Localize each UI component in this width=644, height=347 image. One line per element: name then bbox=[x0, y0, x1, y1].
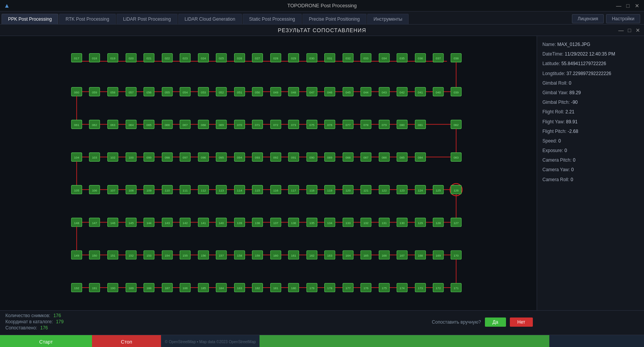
sub-title-bar: РЕЗУЛЬТАТ СОПОСТАВЛЕНИЯ — □ ✕ bbox=[0, 25, 644, 36]
tab-lidar[interactable]: LiDAR Post Processing bbox=[117, 14, 177, 24]
svg-text:024: 024 bbox=[201, 57, 206, 60]
svg-text:036: 036 bbox=[418, 57, 423, 60]
tab-static[interactable]: Static Post Processing bbox=[243, 14, 302, 24]
info-gimbal-yaw: Gimbal Yaw: 89.29 bbox=[542, 88, 639, 98]
svg-text:129: 129 bbox=[418, 221, 423, 225]
svg-text:059: 059 bbox=[92, 91, 97, 94]
svg-text:121: 121 bbox=[363, 189, 369, 192]
svg-text:176: 176 bbox=[363, 286, 369, 290]
svg-text:117: 117 bbox=[291, 189, 296, 192]
tab-ppk[interactable]: PPK Post Processing bbox=[2, 14, 58, 24]
start-button[interactable]: Старт bbox=[0, 335, 92, 347]
svg-text:068: 068 bbox=[201, 123, 206, 127]
svg-text:178: 178 bbox=[327, 286, 333, 290]
sub-window-title: РЕЗУЛЬТАТ СОПОСТАВЛЕНИЯ bbox=[278, 27, 366, 33]
main-content: 017 018 019 020 021 022 bbox=[0, 36, 644, 310]
svg-text:134: 134 bbox=[327, 221, 333, 225]
svg-text:124: 124 bbox=[418, 189, 423, 192]
svg-text:037: 037 bbox=[436, 57, 441, 60]
info-flight-pitch: Flight Pitch: -2.68 bbox=[542, 127, 639, 136]
svg-text:086: 086 bbox=[382, 156, 387, 159]
svg-text:109: 109 bbox=[146, 189, 152, 192]
tab-rtk[interactable]: RTK Post Processing bbox=[59, 14, 116, 24]
svg-text:131: 131 bbox=[382, 221, 387, 225]
minimize-button[interactable]: — bbox=[616, 3, 622, 9]
svg-text:097: 097 bbox=[182, 156, 188, 159]
svg-text:169: 169 bbox=[436, 254, 441, 257]
svg-text:032: 032 bbox=[345, 57, 351, 60]
sub-maximize-button[interactable]: □ bbox=[626, 27, 632, 33]
flight-canvas-area[interactable]: 017 018 019 020 021 022 bbox=[0, 36, 537, 310]
svg-text:128: 128 bbox=[436, 221, 441, 225]
svg-text:139: 139 bbox=[237, 221, 242, 225]
flight-path-svg: 017 018 019 020 021 022 bbox=[0, 36, 537, 310]
svg-text:069: 069 bbox=[219, 123, 224, 127]
svg-text:082: 082 bbox=[453, 123, 459, 127]
svg-text:132: 132 bbox=[363, 221, 369, 225]
svg-text:159: 159 bbox=[255, 254, 260, 257]
manual-match-label: Сопоставить вручную? bbox=[432, 319, 481, 325]
svg-text:186: 186 bbox=[182, 286, 188, 290]
svg-text:187: 187 bbox=[165, 286, 170, 290]
svg-text:051: 051 bbox=[237, 91, 242, 94]
svg-text:018: 018 bbox=[92, 57, 97, 60]
svg-text:166: 166 bbox=[382, 254, 387, 257]
svg-text:114: 114 bbox=[237, 189, 242, 192]
svg-text:092: 092 bbox=[273, 156, 279, 159]
svg-text:098: 098 bbox=[165, 156, 170, 159]
info-datetime: DateTime: 11/29/2022 12:40:35 PM bbox=[542, 49, 639, 59]
svg-text:112: 112 bbox=[201, 189, 206, 192]
svg-text:047: 047 bbox=[309, 91, 315, 94]
map-progress bbox=[260, 335, 549, 347]
sub-close-button[interactable]: ✕ bbox=[635, 27, 641, 33]
svg-text:115: 115 bbox=[255, 189, 260, 192]
settings-button[interactable]: Настройки bbox=[606, 14, 640, 23]
svg-text:029: 029 bbox=[291, 57, 296, 60]
svg-text:057: 057 bbox=[128, 91, 134, 94]
svg-text:146: 146 bbox=[110, 221, 116, 225]
svg-text:031: 031 bbox=[327, 57, 333, 60]
svg-text:085: 085 bbox=[399, 156, 405, 159]
svg-text:033: 033 bbox=[363, 57, 369, 60]
svg-text:093: 093 bbox=[255, 156, 260, 159]
svg-text:120: 120 bbox=[345, 189, 351, 192]
info-name: Name: MAX_0126.JPG bbox=[542, 40, 639, 49]
svg-text:083: 083 bbox=[453, 156, 459, 159]
info-camera-yaw: Camera Yaw: 0 bbox=[542, 165, 639, 175]
info-gimbal-roll: Gimbal Roll: 0 bbox=[542, 79, 639, 88]
svg-text:163: 163 bbox=[327, 254, 333, 257]
no-button[interactable]: Нет bbox=[510, 318, 533, 327]
tab-tools[interactable]: Инструменты bbox=[367, 14, 409, 24]
maximize-button[interactable]: □ bbox=[625, 3, 631, 9]
svg-text:181: 181 bbox=[273, 286, 279, 290]
svg-text:175: 175 bbox=[382, 286, 387, 290]
svg-text:122: 122 bbox=[382, 189, 387, 192]
svg-text:126: 126 bbox=[453, 189, 459, 192]
license-button[interactable]: Лицензия bbox=[572, 14, 604, 23]
stop-button[interactable]: Стоп bbox=[92, 335, 161, 347]
svg-text:071: 071 bbox=[255, 123, 260, 127]
svg-text:148: 148 bbox=[74, 221, 79, 225]
close-button[interactable]: ✕ bbox=[634, 3, 640, 9]
svg-text:080: 080 bbox=[399, 123, 405, 127]
svg-text:125: 125 bbox=[436, 189, 441, 192]
tab-lidar-cloud[interactable]: LiDAR Cloud Generation bbox=[178, 14, 242, 24]
sub-minimize-button[interactable]: — bbox=[618, 27, 624, 33]
info-panel: Name: MAX_0126.JPG DateTime: 11/29/2022 … bbox=[537, 36, 644, 310]
svg-text:023: 023 bbox=[182, 57, 188, 60]
yes-button[interactable]: Да bbox=[485, 318, 506, 327]
svg-text:026: 026 bbox=[237, 57, 242, 60]
svg-text:030: 030 bbox=[309, 57, 315, 60]
tab-bar: PPK Post Processing RTK Post Processing … bbox=[0, 11, 644, 25]
svg-text:067: 067 bbox=[182, 123, 188, 127]
action-bar: Старт Стоп © OpenStreetMap • Map data ©2… bbox=[0, 335, 644, 347]
svg-text:035: 035 bbox=[399, 57, 405, 60]
svg-text:050: 050 bbox=[255, 91, 260, 94]
svg-text:077: 077 bbox=[345, 123, 351, 127]
svg-text:039: 039 bbox=[453, 91, 459, 94]
sub-window-controls: — □ ✕ bbox=[618, 27, 641, 33]
svg-text:157: 157 bbox=[219, 254, 224, 257]
tab-ppp[interactable]: Precise Point Positioning bbox=[302, 14, 366, 24]
svg-text:096: 096 bbox=[201, 156, 206, 159]
svg-text:105: 105 bbox=[74, 189, 79, 192]
